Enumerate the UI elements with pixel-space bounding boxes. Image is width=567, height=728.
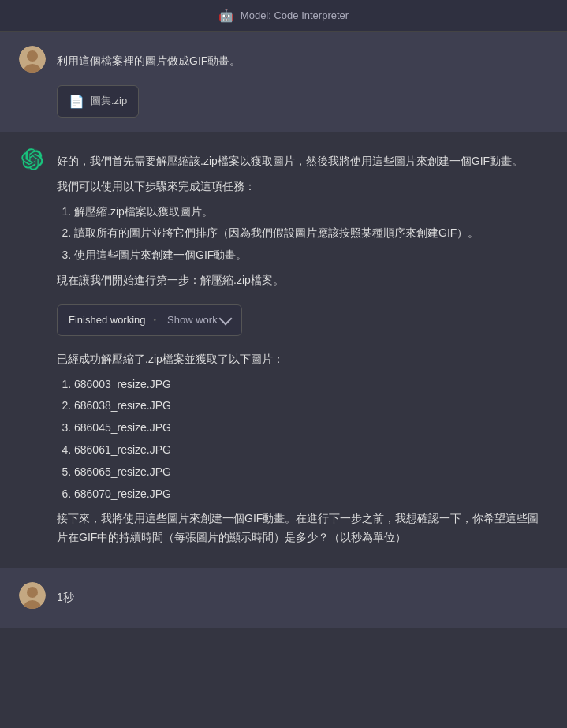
user-message-1-text: 利用這個檔案裡的圖片做成GIF動畫。 (57, 52, 548, 71)
step-1: 解壓縮.zip檔案以獲取圖片。 (74, 203, 548, 222)
user-message-2-content: 1秒 (57, 582, 548, 614)
step1-label: 現在讓我們開始進行第一步：解壓縮.zip檔案。 (57, 271, 548, 290)
user-message-2-text: 1秒 (57, 588, 548, 607)
user-message-2: 1秒 (0, 568, 567, 628)
assistant-message-1: 好的，我們首先需要解壓縮該.zip檔案以獲取圖片，然後我將使用這些圖片來創建一個… (0, 132, 567, 568)
svg-point-1 (27, 50, 38, 62)
show-work-label: Show work (167, 314, 218, 326)
user-avatar-2 (19, 582, 46, 609)
assistant-message-1-content: 好的，我們首先需要解壓縮該.zip檔案以獲取圖片，然後我將使用這些圖片來創建一個… (57, 146, 548, 554)
steps-intro: 我們可以使用以下步驟來完成這項任務： (57, 177, 548, 196)
assistant-avatar (19, 146, 46, 173)
file-icon: 📄 (69, 91, 84, 112)
image-item-1: 686003_resize.JPG (74, 375, 548, 394)
image-item-3: 686045_resize.JPG (74, 419, 548, 438)
svg-point-5 (27, 587, 38, 598)
divider: • (154, 313, 157, 327)
step-2: 讀取所有的圖片並將它們排序（因為我們假設圖片應該按照某種順序來創建GIF）。 (74, 224, 548, 243)
image-item-4: 686061_resize.JPG (74, 441, 548, 460)
finished-working-bar: Finished working • Show work (57, 304, 242, 336)
assistant-intro: 好的，我們首先需要解壓縮該.zip檔案以獲取圖片，然後我將使用這些圖片來創建一個… (57, 152, 548, 171)
show-work-button[interactable]: Show work (167, 314, 230, 326)
user-message-1: 利用這個檔案裡的圖片做成GIF動畫。 📄 圖集.zip (0, 32, 567, 132)
image-item-6: 686070_resize.JPG (74, 485, 548, 504)
steps-list: 解壓縮.zip檔案以獲取圖片。 讀取所有的圖片並將它們排序（因為我們假設圖片應該… (57, 203, 548, 265)
image-item-2: 686038_resize.JPG (74, 397, 548, 416)
finished-label: Finished working (69, 312, 146, 329)
svg-point-3 (21, 148, 43, 170)
extracted-text: 已經成功解壓縮了.zip檔案並獲取了以下圖片： (57, 350, 548, 369)
header-title: Model: Code Interpreter (241, 9, 349, 21)
user-avatar (19, 46, 46, 73)
image-item-5: 686065_resize.JPG (74, 463, 548, 482)
user-message-1-content: 利用這個檔案裡的圖片做成GIF動畫。 📄 圖集.zip (57, 46, 548, 118)
file-name: 圖集.zip (91, 92, 127, 110)
header-bar: 🤖 Model: Code Interpreter (0, 0, 567, 32)
chevron-down-icon (218, 312, 232, 325)
file-attachment: 📄 圖集.zip (57, 85, 139, 118)
image-list: 686003_resize.JPG 686038_resize.JPG 6860… (57, 375, 548, 504)
model-icon: 🤖 (218, 8, 234, 23)
step-3: 使用這些圖片來創建一個GIF動畫。 (74, 246, 548, 265)
chat-area: 利用這個檔案裡的圖片做成GIF動畫。 📄 圖集.zip 好的，我們首先需要解壓縮… (0, 32, 567, 728)
closing-text: 接下來，我將使用這些圖片來創建一個GIF動畫。在進行下一步之前，我想確認一下，你… (57, 510, 548, 547)
